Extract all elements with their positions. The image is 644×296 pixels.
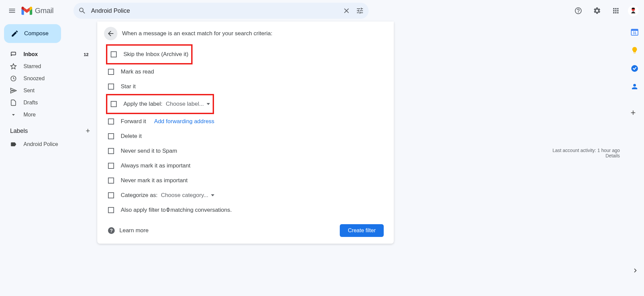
side-panel-collapse-button[interactable] (631, 266, 639, 276)
checkbox-mark-read[interactable] (108, 69, 114, 75)
option-label: Forward it (121, 118, 146, 125)
checkbox-skip-inbox[interactable] (111, 51, 117, 57)
add-label-button[interactable]: + (83, 126, 93, 136)
checkbox-forward[interactable] (108, 118, 114, 125)
filter-option-mark-read: Mark as read (104, 64, 387, 79)
filter-option-apply-label: Apply the label: Choose label... (110, 97, 210, 111)
app-name: Gmail (35, 6, 53, 15)
arrow-left-icon (107, 30, 115, 38)
filter-title: When a message is an exact match for you… (122, 30, 272, 37)
checkbox-never-spam[interactable] (108, 148, 114, 154)
main-menu-button[interactable] (4, 3, 20, 19)
clear-search-button[interactable] (340, 4, 353, 17)
svg-rect-4 (631, 29, 638, 31)
calendar-icon: 31 (631, 28, 639, 36)
learn-more-link[interactable]: Learn more (119, 227, 149, 234)
calendar-app-button[interactable]: 31 (631, 28, 639, 36)
compose-button[interactable]: Compose (4, 24, 61, 43)
tasks-app-button[interactable] (631, 64, 639, 72)
settings-button[interactable] (589, 3, 605, 19)
checkbox-never-important[interactable] (108, 178, 114, 184)
nav-label: Starred (23, 63, 89, 69)
option-label: Never send it to Spam (121, 148, 177, 154)
chevron-down-icon (207, 103, 210, 105)
sidebar-item-starred[interactable]: Starred (3, 60, 93, 72)
also-apply-suffix: matching conversations. (170, 207, 232, 213)
checkbox-apply-label[interactable] (111, 101, 117, 107)
search-icon (78, 7, 86, 15)
apps-grid-icon (612, 7, 620, 15)
sidebar-item-snoozed[interactable]: Snoozed (3, 72, 93, 85)
google-apps-button[interactable] (608, 3, 624, 19)
sidebar-item-drafts[interactable]: Drafts (3, 97, 93, 109)
header-actions (570, 3, 641, 19)
filter-panel: When a message is an exact match for you… (97, 21, 394, 244)
activity-text: Last account activity: 1 hour ago (552, 148, 620, 153)
person-icon (631, 83, 639, 91)
compose-label: Compose (24, 30, 49, 37)
option-label: Skip the Inbox (Archive it) (123, 51, 189, 58)
get-addons-button[interactable]: + (631, 107, 639, 115)
filter-option-forward: Forward it Add forwarding address (104, 114, 387, 129)
filter-footer: ? Learn more Create filter (104, 217, 387, 237)
option-label: Never mark it as important (121, 177, 187, 184)
side-panel: 31 + (625, 21, 644, 296)
labels-header: Labels + (3, 121, 97, 138)
filter-option-never-spam: Never send it to Spam (104, 144, 387, 158)
category-dropdown[interactable]: Choose category... (161, 192, 214, 199)
account-avatar[interactable] (628, 5, 639, 16)
chevron-down-icon (211, 194, 214, 196)
add-forwarding-link[interactable]: Add forwarding address (154, 118, 215, 125)
create-filter-button[interactable]: Create filter (340, 224, 384, 237)
help-filled-icon: ? (108, 227, 115, 234)
contacts-app-button[interactable] (631, 83, 639, 91)
option-label: Delete it (121, 133, 142, 140)
checkbox-star[interactable] (108, 84, 114, 90)
checkbox-also-apply[interactable] (108, 207, 114, 213)
close-icon (342, 7, 351, 15)
search-button[interactable] (75, 4, 89, 17)
nav-label: Sent (23, 88, 89, 94)
gmail-m-icon (21, 6, 32, 15)
gmail-logo[interactable]: Gmail (21, 6, 53, 15)
option-label: Always mark it as important (121, 162, 191, 169)
sidebar-label-android-police[interactable]: Android Police (3, 138, 93, 150)
checkbox-delete[interactable] (108, 133, 114, 139)
search-input[interactable] (89, 7, 340, 15)
activity-details-link[interactable]: Details (552, 153, 620, 158)
search-options-button[interactable] (353, 4, 367, 17)
gear-icon (593, 7, 601, 15)
dropdown-value: Choose category... (161, 192, 208, 199)
sidebar: Compose Inbox 12 Starred Snoozed Sent Dr… (0, 21, 97, 296)
chevron-down-icon (10, 111, 17, 118)
also-apply-count: 0 (166, 207, 169, 213)
sidebar-item-more[interactable]: More (3, 109, 93, 121)
label-icon (10, 141, 17, 148)
sidebar-item-inbox[interactable]: Inbox 12 (3, 48, 93, 60)
filter-option-skip-inbox: Skip the Inbox (Archive it) (110, 47, 189, 62)
sidebar-item-sent[interactable]: Sent (3, 85, 93, 97)
filter-option-categorize: Categorize as: Choose category... (104, 188, 387, 203)
nav-label: Inbox (23, 51, 84, 57)
chevron-right-icon (631, 266, 639, 275)
send-icon (10, 87, 17, 94)
also-apply-prefix: Also apply filter to (121, 207, 166, 213)
nav-label: Drafts (23, 100, 89, 106)
main-area: When a message is an exact match for you… (97, 21, 644, 296)
checkbox-always-important[interactable] (108, 163, 114, 169)
clock-icon (10, 75, 17, 82)
keep-app-button[interactable] (631, 46, 639, 54)
support-button[interactable] (570, 3, 586, 19)
star-icon (10, 63, 17, 70)
highlight-skip-inbox: Skip the Inbox (Archive it) (106, 44, 193, 64)
account-activity: Last account activity: 1 hour ago Detail… (552, 148, 620, 158)
filter-option-also-apply: Also apply filter to 0 matching conversa… (104, 203, 387, 217)
option-label: Apply the label: (123, 101, 162, 107)
checkbox-categorize[interactable] (108, 192, 114, 198)
nav-label: More (23, 112, 89, 118)
label-dropdown[interactable]: Choose label... (166, 101, 210, 107)
back-button[interactable] (104, 27, 117, 40)
option-label: Mark as read (121, 68, 154, 75)
filter-header: When a message is an exact match for you… (104, 27, 387, 40)
filter-option-never-important: Never mark it as important (104, 173, 387, 188)
